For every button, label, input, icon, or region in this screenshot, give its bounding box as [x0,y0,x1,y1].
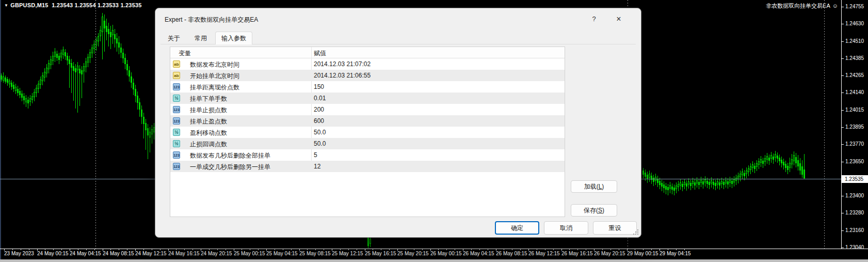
price-tick-label: 1.24015 [845,107,864,113]
time-minor-tick [373,249,373,250]
param-row[interactable]: ab数据发布北京时间2014.12.03 21:07:02 [170,58,565,70]
param-value[interactable]: 12 [314,163,320,170]
candle-body [744,173,745,176]
time-minor-tick [512,249,512,250]
candle-body [81,70,83,74]
column-header-value: 赋值 [314,49,326,58]
time-minor-tick [176,249,176,250]
time-tick-label: 26 May 08:15 [496,251,527,256]
param-value[interactable]: 0.01 [314,95,326,102]
metatrader-window: ▼GBPUSD,M15 1.23543 1.23554 1.23533 1.23… [0,0,868,262]
candle-body [795,157,797,163]
param-row[interactable]: 123挂单止盈点数600 [170,115,565,127]
param-row[interactable]: ½盈利移动点数50.0 [170,127,565,138]
param-row[interactable]: 123数据发布几秒后删除全部挂单5 [170,149,565,161]
price-tick [841,75,844,76]
candle-body [108,29,109,34]
price-tick [841,41,844,42]
resize-grip[interactable] [633,229,638,235]
param-value[interactable]: 600 [314,117,324,125]
candle-body [803,169,805,178]
ok-button[interactable]: 确定 [495,221,539,235]
param-row[interactable]: 123挂单止损点数200 [170,104,565,115]
candle-body [54,52,56,57]
candle-body [789,163,791,168]
candle-body [729,180,731,183]
ea-smiley-icon[interactable]: ☺ [832,3,838,9]
price-tick [841,7,844,7]
dialog-titlebar[interactable]: Expert - 非农数据双向挂单交易EA ? × [155,8,641,31]
candle-body [11,83,12,87]
param-value[interactable]: 150 [314,83,324,90]
help-button[interactable]: ? [587,13,601,25]
param-value[interactable]: 2014.12.03 21:06:55 [314,72,371,79]
close-icon[interactable]: × [612,13,625,25]
load-button[interactable]: 加载(L) [571,180,617,193]
param-row[interactable]: ab开始挂单北京时间2014.12.03 21:06:55 [170,70,565,81]
candle-body [151,129,153,134]
candle-body [19,91,21,95]
candle-body [661,183,663,187]
parameters-table[interactable]: 变量 赋值 ab数据发布北京时间2014.12.03 21:07:02ab开始挂… [170,47,565,217]
time-tick-label: 24 May 08:15 [103,251,134,256]
time-minor-tick [569,249,570,250]
tab-inputs[interactable]: 输入参数 [215,32,252,44]
param-name: 止损回调点数 [190,140,227,149]
param-type-half-icon: ½ [173,140,180,147]
chevron-down-icon[interactable]: ▼ [4,3,8,8]
candle-body [46,68,47,73]
tab-common[interactable]: 常用 [188,32,213,44]
time-minor-tick [438,249,439,250]
time-minor-tick [143,249,144,250]
param-row[interactable]: 123挂单距离现价点数150 [170,81,565,93]
tab-about[interactable]: 关于 [162,32,186,44]
time-minor-tick [381,249,381,250]
time-minor-tick [217,249,218,250]
param-value[interactable]: 50.0 [314,129,326,136]
column-header-variable: 变量 [179,49,191,58]
param-name: 挂单止损点数 [190,106,227,115]
period-separator-line [95,0,96,249]
param-row[interactable]: ½止损回调点数50.0 [170,138,565,149]
candle-body [659,181,661,185]
time-tick-label: 23 May 2023 [4,251,34,256]
candle-body [128,70,130,76]
candle-body [700,180,702,183]
param-row[interactable]: 123一单成交几秒后删除另一挂单12 [170,161,565,172]
time-tick-label: 24 May 12:15 [135,251,167,256]
time-tick-label: 26 May 04:15 [463,251,494,256]
save-button[interactable]: 保存(S) [571,204,617,217]
candle-body [709,182,710,185]
candle-body [126,64,128,70]
param-value[interactable]: 200 [314,106,324,113]
candle-body [787,166,789,170]
time-minor-tick [61,249,62,250]
candle-body [137,96,138,103]
time-minor-tick [455,249,455,250]
candle-body [58,56,60,60]
cancel-button[interactable]: 取消 [544,221,588,235]
param-row[interactable]: ½挂单下单手数0.01 [170,93,565,104]
price-tick [841,248,844,248]
candle-body [731,181,733,184]
symbol-ohlc-label[interactable]: ▼GBPUSD,M15 1.23543 1.23554 1.23533 1.23… [4,2,142,8]
candle-body [768,158,770,161]
candle-body [682,184,683,187]
reset-button[interactable]: 重设 [593,221,637,235]
candle-body [713,182,714,185]
ohlc-values: 1.23543 1.23554 1.23533 1.23535 [52,2,141,8]
param-value[interactable]: 2014.12.03 21:07:02 [314,60,371,68]
time-minor-tick [610,249,611,250]
param-value[interactable]: 5 [314,151,317,159]
price-tick-label: 1.23280 [845,210,864,215]
candle-body [764,158,766,162]
current-price-box: 1.23535 [842,175,868,183]
load-button-label: 加载( [584,183,599,190]
candle-body [733,179,735,182]
candle-body [15,87,17,91]
candle-body [680,182,681,186]
candle-body [667,187,669,190]
candle-body [98,36,99,41]
param-value[interactable]: 50.0 [314,140,326,147]
price-tick-label: 1.23895 [845,125,864,130]
